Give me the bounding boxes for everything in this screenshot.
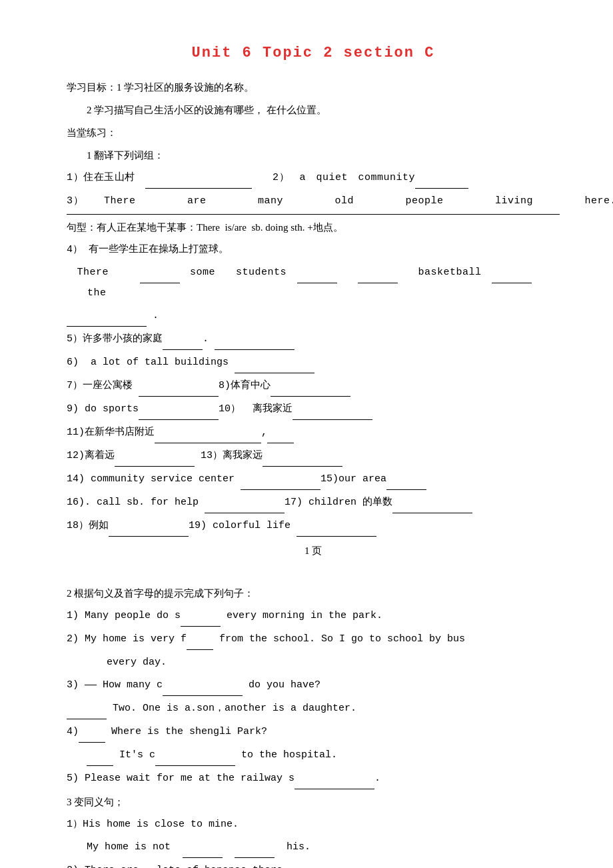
list-item: Two. One is a.son，another is a daughter. [67,699,560,719]
exercise3-label: 3 变同义句； [67,792,560,812]
list-item: 1）His home is close to mine. [67,815,560,835]
list-item: 2) My home is very f from the school. So… [67,629,560,650]
list-item: . [67,306,560,327]
list-item: 1) Many people do s every morning in the… [67,606,560,627]
list-item: 6) a lot of tall buildings [67,353,560,373]
list-item: 11)在新华书店附近 , [67,423,560,443]
list-item: 1）住在玉山村 2） a quiet community [67,168,560,189]
exercise2-section: 2 根据句义及首字母的提示完成下列句子： 1) Many people do s… [67,583,560,789]
list-item: 18）例如 19) colorful life [67,516,560,537]
classwork-label: 当堂练习： [67,127,117,138]
exercise2-label: 2 根据句义及首字母的提示完成下列句子： [67,583,560,603]
sentence-pattern: 句型：有人正在某地干某事：There is/are sb. doing sth.… [67,217,560,237]
classwork-section: 当堂练习： 1 翻译下列词组： [67,123,560,165]
list-item: My home is not his. [87,837,560,858]
title: Unit 6 Topic 2 section C [67,40,560,67]
list-item: 5) Please wait for me at the railway s . [67,769,560,789]
list-item: 3） There are many old people living here… [67,191,560,211]
list-item: 4) Where is the shengli Park? [67,722,560,743]
list-item: It's c to the hospital. [87,745,560,766]
goals-label: 学习目标： [67,82,117,93]
list-item: 14) community service center 15)our area [67,469,560,490]
list-item: every day. [107,653,560,673]
list-item: 3) —— How many c do you have? [67,675,560,696]
learning-goals: 学习目标：1 学习社区的服务设施的名称。 2 学习描写自己生活小区的设施有哪些，… [67,77,560,120]
goal1: 1 学习社区的服务设施的名称。 [117,82,254,93]
list-item: 2) There are lots of bananas there. [67,861,560,868]
list-item: 16). call sb. for help 17) children 的单数 [67,493,560,513]
goal2: 2 学习描写自己生活小区的设施有哪些， 在什么位置。 [87,105,326,115]
exercise1-items: 1）住在玉山村 2） a quiet community 3） There ar… [67,168,560,537]
list-item: 9) do sports 10） 离我家近 [67,399,560,420]
list-item: There some students basketball the [67,263,560,303]
page-number: 1 页 [67,542,560,560]
exercise3-section: 3 变同义句； 1）His home is close to mine. My … [67,792,560,868]
exercise1-label: 1 翻译下列词组： [87,150,164,161]
list-item: 4） 有一些学生正在操场上打篮球。 [67,240,560,260]
list-item: 5）许多带小孩的家庭 . [67,329,560,350]
list-item: 12)离着远 13）离我家远 [67,446,560,467]
list-item: 7）一座公寓楼 8)体育中心 [67,376,560,397]
